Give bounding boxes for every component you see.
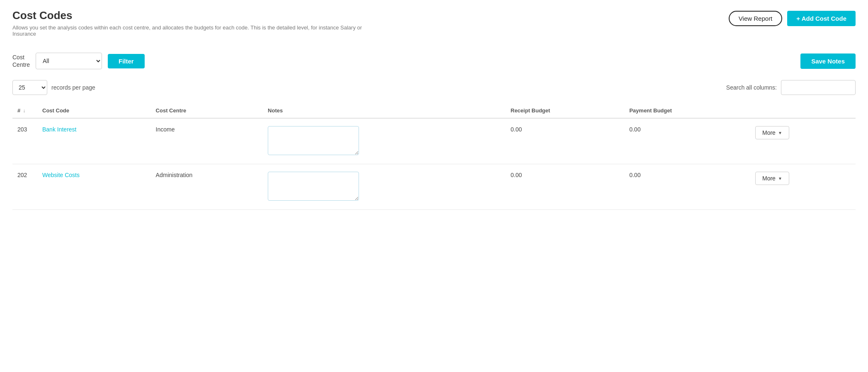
save-notes-button[interactable]: Save Notes bbox=[800, 53, 856, 69]
col-cost-centre: Cost Centre bbox=[151, 103, 263, 118]
sort-icon[interactable]: ↓ bbox=[23, 108, 25, 114]
save-notes-area: Save Notes bbox=[800, 53, 856, 69]
col-notes: Notes bbox=[263, 103, 506, 118]
col-number: # ↓ bbox=[12, 103, 37, 118]
col-receipt-budget: Receipt Budget bbox=[506, 103, 624, 118]
records-per-page-label: records per page bbox=[51, 84, 95, 91]
more-label: More bbox=[762, 175, 776, 182]
controls-bar: CostCentre All Income Administration Oth… bbox=[0, 41, 868, 73]
row-number: 203 bbox=[12, 118, 37, 164]
table-row: 202 Website Costs Administration 0.00 0.… bbox=[12, 164, 856, 210]
pagination-bar: 10 25 50 100 records per page Search all… bbox=[0, 73, 868, 99]
page-description: Allows you set the analysis codes within… bbox=[12, 24, 386, 37]
col-actions bbox=[750, 103, 856, 118]
more-label: More bbox=[762, 129, 776, 136]
controls-left: CostCentre All Income Administration Oth… bbox=[12, 53, 145, 69]
pagination-left: 10 25 50 100 records per page bbox=[12, 80, 95, 95]
row-number: 202 bbox=[12, 164, 37, 210]
records-per-page-select[interactable]: 10 25 50 100 bbox=[12, 80, 47, 95]
page-title: Cost Codes bbox=[12, 9, 386, 22]
row-actions: More ▼ bbox=[750, 118, 856, 164]
search-input[interactable] bbox=[781, 80, 856, 95]
row-payment-budget: 0.00 bbox=[624, 164, 750, 210]
row-cost-centre: Administration bbox=[151, 164, 263, 210]
cost-centre-label: CostCentre bbox=[12, 53, 30, 68]
table-header-row: # ↓ Cost Code Cost Centre Notes Receipt … bbox=[12, 103, 856, 118]
more-button[interactable]: More ▼ bbox=[755, 172, 789, 185]
row-cost-code: Website Costs bbox=[37, 164, 151, 210]
row-receipt-budget: 0.00 bbox=[506, 164, 624, 210]
row-receipt-budget: 0.00 bbox=[506, 118, 624, 164]
cost-centre-select[interactable]: All Income Administration Other bbox=[36, 53, 102, 69]
cost-codes-table: # ↓ Cost Code Cost Centre Notes Receipt … bbox=[12, 103, 856, 210]
row-notes[interactable] bbox=[263, 164, 506, 210]
search-label: Search all columns: bbox=[726, 84, 777, 91]
row-actions: More ▼ bbox=[750, 164, 856, 210]
col-payment-budget: Payment Budget bbox=[624, 103, 750, 118]
add-cost-code-button[interactable]: + Add Cost Code bbox=[787, 11, 856, 26]
notes-textarea[interactable] bbox=[268, 172, 359, 201]
search-bar: Search all columns: bbox=[726, 80, 856, 95]
row-notes[interactable] bbox=[263, 118, 506, 164]
view-report-button[interactable]: View Report bbox=[729, 11, 782, 26]
table-container: # ↓ Cost Code Cost Centre Notes Receipt … bbox=[0, 99, 868, 222]
page-header: Cost Codes Allows you set the analysis c… bbox=[0, 0, 868, 41]
header-right: View Report + Add Cost Code bbox=[729, 11, 856, 26]
header-left: Cost Codes Allows you set the analysis c… bbox=[12, 9, 386, 37]
col-cost-code: Cost Code bbox=[37, 103, 151, 118]
more-button[interactable]: More ▼ bbox=[755, 126, 789, 139]
more-arrow-icon: ▼ bbox=[778, 176, 782, 181]
filter-button[interactable]: Filter bbox=[108, 54, 145, 68]
row-cost-code: Bank Interest bbox=[37, 118, 151, 164]
more-arrow-icon: ▼ bbox=[778, 131, 782, 135]
cost-code-link[interactable]: Website Costs bbox=[42, 172, 80, 178]
row-payment-budget: 0.00 bbox=[624, 118, 750, 164]
table-row: 203 Bank Interest Income 0.00 0.00 More … bbox=[12, 118, 856, 164]
cost-code-link[interactable]: Bank Interest bbox=[42, 126, 77, 133]
notes-textarea[interactable] bbox=[268, 126, 359, 155]
row-cost-centre: Income bbox=[151, 118, 263, 164]
